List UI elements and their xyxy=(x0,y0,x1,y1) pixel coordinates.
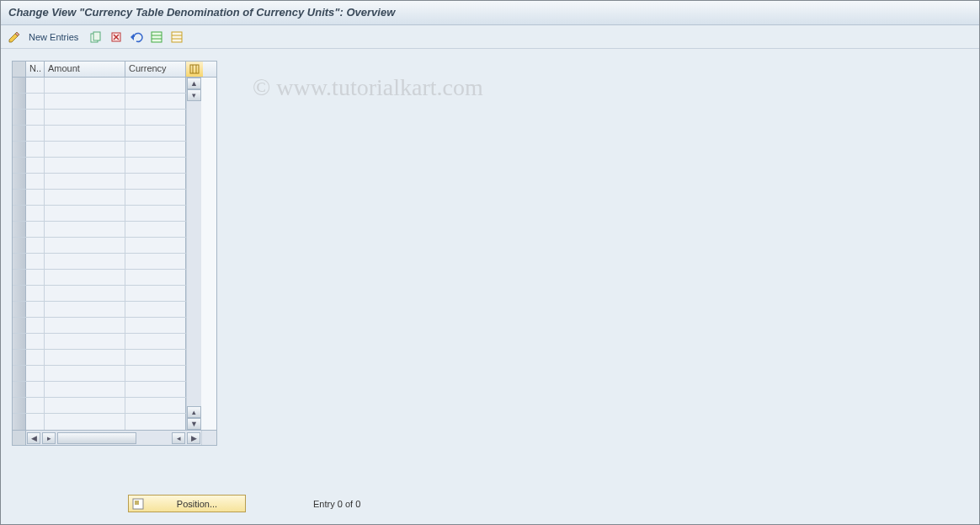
cell-currency[interactable] xyxy=(125,334,186,349)
cell-n[interactable] xyxy=(26,110,45,125)
cell-amount[interactable] xyxy=(45,350,125,365)
cell-currency[interactable] xyxy=(125,126,186,141)
cell-amount[interactable] xyxy=(45,286,125,301)
cell-n[interactable] xyxy=(26,142,45,157)
scroll-down-step-icon[interactable]: ▴ xyxy=(187,406,201,418)
cell-amount[interactable] xyxy=(45,126,125,141)
cell-amount[interactable] xyxy=(45,270,125,285)
scroll-up-step-icon[interactable]: ▾ xyxy=(187,89,201,101)
row-selector[interactable] xyxy=(13,414,26,430)
row-selector[interactable] xyxy=(13,126,26,141)
row-selector[interactable] xyxy=(13,222,26,237)
cell-amount[interactable] xyxy=(45,174,125,189)
row-selector[interactable] xyxy=(13,366,26,381)
cell-n[interactable] xyxy=(26,286,45,301)
cell-amount[interactable] xyxy=(45,382,125,397)
cell-n[interactable] xyxy=(26,318,45,333)
row-selector[interactable] xyxy=(13,206,26,221)
cell-currency[interactable] xyxy=(125,414,186,430)
cell-amount[interactable] xyxy=(45,110,125,125)
cell-amount[interactable] xyxy=(45,334,125,349)
cell-currency[interactable] xyxy=(125,110,186,125)
cell-n[interactable] xyxy=(26,174,45,189)
cell-n[interactable] xyxy=(26,334,45,349)
row-selector[interactable] xyxy=(13,286,26,301)
vertical-scrollbar[interactable]: ▲ ▾ ▴ ▼ xyxy=(186,78,201,430)
cell-n[interactable] xyxy=(26,94,45,109)
cell-amount[interactable] xyxy=(45,398,125,413)
row-selector[interactable] xyxy=(13,318,26,333)
copy-as-icon[interactable] xyxy=(88,29,104,45)
scroll-down-icon[interactable]: ▼ xyxy=(187,418,201,430)
cell-currency[interactable] xyxy=(125,286,186,301)
cell-amount[interactable] xyxy=(45,78,125,93)
cell-currency[interactable] xyxy=(125,222,186,237)
scroll-right-icon[interactable]: ▶ xyxy=(187,432,200,444)
configure-columns-button[interactable] xyxy=(186,62,203,77)
new-entries-button[interactable]: New Entries xyxy=(27,32,83,42)
cell-amount[interactable] xyxy=(45,142,125,157)
row-selector[interactable] xyxy=(13,110,26,125)
cell-amount[interactable] xyxy=(45,318,125,333)
select-all-icon[interactable] xyxy=(149,29,164,45)
cell-n[interactable] xyxy=(26,366,45,381)
row-selector[interactable] xyxy=(13,254,26,269)
cell-currency[interactable] xyxy=(125,238,186,253)
cell-n[interactable] xyxy=(26,78,45,93)
cell-n[interactable] xyxy=(26,222,45,237)
cell-currency[interactable] xyxy=(125,270,186,285)
cell-currency[interactable] xyxy=(125,318,186,333)
column-header-amount[interactable]: Amount xyxy=(45,62,125,77)
cell-currency[interactable] xyxy=(125,142,186,157)
cell-amount[interactable] xyxy=(45,302,125,317)
row-selector[interactable] xyxy=(13,238,26,253)
cell-n[interactable] xyxy=(26,238,45,253)
cell-n[interactable] xyxy=(26,158,45,173)
scroll-up-icon[interactable]: ▲ xyxy=(187,78,201,89)
row-selector[interactable] xyxy=(13,174,26,189)
undo-change-icon[interactable] xyxy=(129,29,144,45)
cell-currency[interactable] xyxy=(125,302,186,317)
cell-amount[interactable] xyxy=(45,414,125,430)
row-selector[interactable] xyxy=(13,158,26,173)
toggle-change-mode-icon[interactable] xyxy=(7,29,22,45)
cell-amount[interactable] xyxy=(45,158,125,173)
row-selector[interactable] xyxy=(13,78,26,93)
cell-n[interactable] xyxy=(26,398,45,413)
cell-amount[interactable] xyxy=(45,94,125,109)
cell-currency[interactable] xyxy=(125,78,186,93)
position-button[interactable]: Position... xyxy=(128,495,246,512)
hscroll-thumb[interactable] xyxy=(57,432,136,444)
cell-n[interactable] xyxy=(26,254,45,269)
scroll-right-step-icon[interactable]: ◂ xyxy=(172,432,185,444)
select-all-column[interactable] xyxy=(13,62,26,77)
row-selector[interactable] xyxy=(13,94,26,109)
cell-amount[interactable] xyxy=(45,206,125,221)
cell-amount[interactable] xyxy=(45,190,125,205)
column-header-currency[interactable]: Currency xyxy=(125,62,186,77)
row-selector[interactable] xyxy=(13,302,26,317)
cell-currency[interactable] xyxy=(125,174,186,189)
cell-currency[interactable] xyxy=(125,254,186,269)
cell-currency[interactable] xyxy=(125,366,186,381)
cell-n[interactable] xyxy=(26,414,45,430)
cell-amount[interactable] xyxy=(45,222,125,237)
horizontal-scrollbar[interactable]: ◀ ▸ ◂ ▶ xyxy=(13,430,216,445)
column-header-n[interactable]: N.. xyxy=(26,62,45,77)
cell-currency[interactable] xyxy=(125,94,186,109)
cell-amount[interactable] xyxy=(45,238,125,253)
cell-n[interactable] xyxy=(26,302,45,317)
row-selector[interactable] xyxy=(13,398,26,413)
cell-amount[interactable] xyxy=(45,254,125,269)
cell-n[interactable] xyxy=(26,126,45,141)
row-selector[interactable] xyxy=(13,334,26,349)
cell-amount[interactable] xyxy=(45,366,125,381)
scroll-left-icon[interactable]: ◀ xyxy=(27,432,40,444)
cell-currency[interactable] xyxy=(125,398,186,413)
row-selector[interactable] xyxy=(13,270,26,285)
row-selector[interactable] xyxy=(13,190,26,205)
deselect-all-icon[interactable] xyxy=(169,29,184,45)
cell-currency[interactable] xyxy=(125,350,186,365)
cell-currency[interactable] xyxy=(125,206,186,221)
cell-currency[interactable] xyxy=(125,190,186,205)
